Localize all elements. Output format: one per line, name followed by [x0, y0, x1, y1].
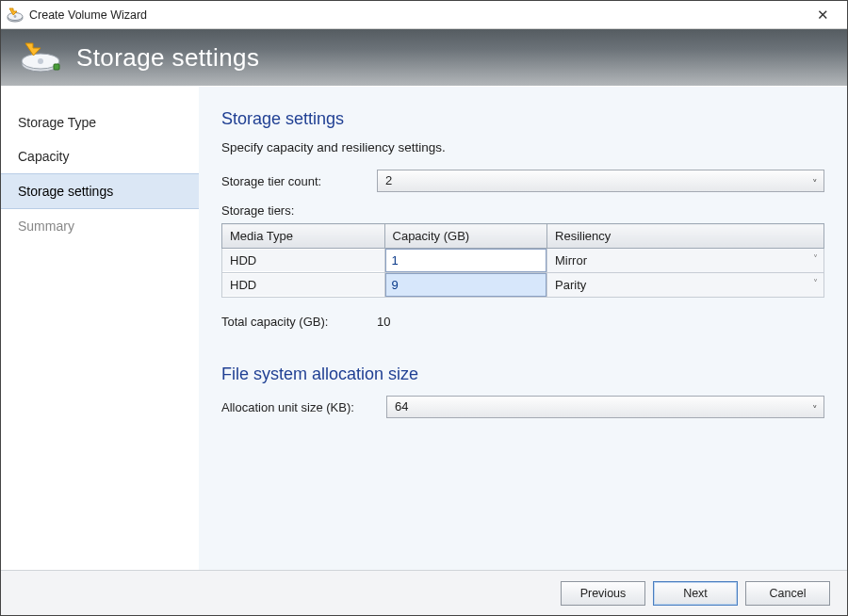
col-resiliency[interactable]: Resiliency	[547, 224, 824, 249]
resiliency-select[interactable]: Parity	[547, 273, 824, 297]
cancel-button[interactable]: Cancel	[745, 581, 830, 606]
alloc-row: Allocation unit size (KB): 64	[221, 396, 824, 418]
previous-button[interactable]: Previous	[561, 581, 645, 606]
sidebar-item-storage-type[interactable]: Storage Type	[1, 105, 199, 139]
banner: Storage settings	[1, 29, 847, 86]
fs-allocation-heading: File system allocation size	[221, 365, 824, 384]
alloc-label: Allocation unit size (KB):	[221, 400, 386, 414]
banner-heading: Storage settings	[76, 43, 259, 73]
app-icon	[7, 8, 24, 23]
col-capacity[interactable]: Capacity (GB)	[384, 224, 547, 249]
wizard-window: Create Volume Wizard ✕ Storage settings …	[0, 0, 848, 616]
tier-count-row: Storage tier count: 2	[221, 170, 824, 192]
titlebar: Create Volume Wizard ✕	[1, 1, 847, 29]
capacity-input[interactable]	[385, 249, 547, 272]
table-row: HDD Mirror	[222, 249, 824, 273]
sidebar-item-summary[interactable]: Summary	[1, 209, 199, 243]
close-button[interactable]: ✕	[804, 2, 841, 28]
total-capacity-value: 10	[377, 315, 390, 329]
svg-rect-6	[54, 64, 59, 70]
storage-settings-desc: Specify capacity and resiliency settings…	[221, 140, 824, 154]
window-title: Create Volume Wizard	[29, 8, 804, 22]
content-pane: Storage settings Specify capacity and re…	[199, 87, 847, 570]
total-capacity-label: Total capacity (GB):	[221, 315, 377, 329]
storage-tiers-label: Storage tiers:	[221, 203, 824, 218]
col-media-type[interactable]: Media Type	[222, 224, 385, 249]
svg-point-2	[14, 15, 17, 18]
storage-settings-heading: Storage settings	[221, 109, 824, 129]
drive-icon	[20, 41, 61, 73]
total-capacity-row: Total capacity (GB): 10	[221, 315, 824, 329]
table-row: HDD Parity	[222, 273, 824, 298]
close-icon: ✕	[817, 7, 829, 24]
capacity-input[interactable]	[385, 273, 547, 297]
storage-tiers-table: Media Type Capacity (GB) Resiliency HDD …	[221, 223, 824, 298]
sidebar: Storage Type Capacity Storage settings S…	[1, 87, 199, 570]
next-button[interactable]: Next	[653, 581, 738, 606]
cell-media: HDD	[222, 250, 384, 271]
tier-count-select[interactable]: 2	[377, 170, 824, 192]
resiliency-select[interactable]: Mirror	[547, 249, 824, 272]
body: Storage Type Capacity Storage settings S…	[1, 87, 847, 570]
sidebar-item-storage-settings[interactable]: Storage settings	[1, 173, 199, 209]
svg-point-5	[38, 58, 43, 64]
alloc-unit-select[interactable]: 64	[386, 396, 824, 418]
footer: Previous Next Cancel	[1, 570, 847, 615]
cell-media: HDD	[222, 274, 384, 296]
tier-count-label: Storage tier count:	[221, 174, 377, 188]
sidebar-item-capacity[interactable]: Capacity	[1, 139, 199, 173]
